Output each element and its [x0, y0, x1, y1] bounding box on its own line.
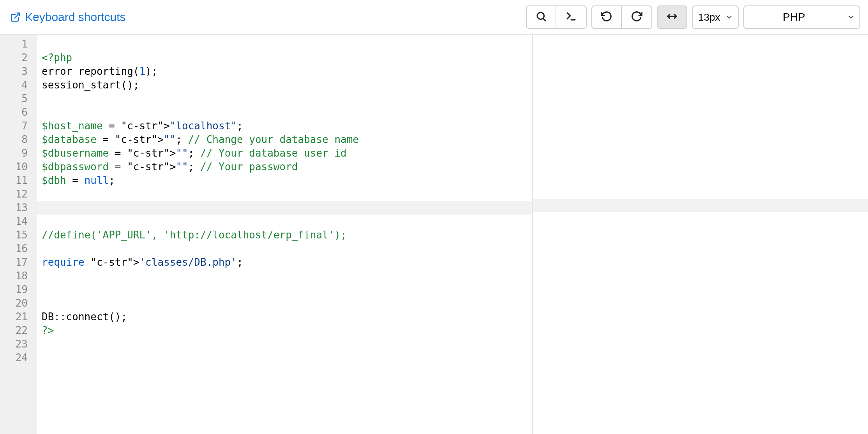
- app-root: Keyboard shortcuts: [0, 0, 868, 434]
- chevron-down-icon: [725, 13, 733, 21]
- line-number: 18: [0, 269, 37, 283]
- line-number: 9: [0, 146, 37, 160]
- code-line[interactable]: ?>: [42, 324, 532, 337]
- external-link-icon: [10, 12, 21, 23]
- svg-line-2: [543, 19, 545, 21]
- toolbar: Keyboard shortcuts: [0, 0, 868, 35]
- line-number: 14: [0, 215, 37, 228]
- code-line[interactable]: [42, 296, 532, 310]
- code-line[interactable]: //define('APP_URL', 'http://localhost/er…: [42, 228, 532, 242]
- language-value: PHP: [783, 11, 805, 23]
- toolbar-right: 13px PHP: [526, 5, 860, 29]
- output-highlight-row: [533, 199, 868, 212]
- line-number: 3: [0, 65, 37, 78]
- code-line[interactable]: $database = "c-str">""; // Change your d…: [42, 133, 532, 146]
- editor-area: 123456789101112131415161718192021222324 …: [0, 35, 868, 434]
- line-number: 19: [0, 283, 37, 296]
- editor-pane: 123456789101112131415161718192021222324 …: [0, 35, 533, 434]
- btn-group-history: [591, 5, 652, 29]
- code-line[interactable]: [42, 187, 532, 201]
- horizontal-arrows-icon: [666, 11, 678, 24]
- wrap-toggle-button[interactable]: [657, 5, 687, 29]
- terminal-icon: [565, 11, 577, 24]
- line-number: 21: [0, 310, 37, 324]
- search-button[interactable]: [526, 5, 556, 29]
- font-size-value: 13px: [698, 11, 720, 23]
- line-number: 17: [0, 256, 37, 269]
- code-line[interactable]: [42, 269, 532, 283]
- code-line[interactable]: require "c-str">'classes/DB.php';: [42, 256, 532, 269]
- line-number: 12: [0, 187, 37, 201]
- line-number: 20: [0, 296, 37, 310]
- line-number: 11: [0, 174, 37, 187]
- undo-icon: [601, 11, 612, 24]
- line-number-gutter: 123456789101112131415161718192021222324: [0, 35, 37, 434]
- btn-group-tools: [526, 5, 587, 29]
- code-line[interactable]: DB::connect();: [42, 310, 532, 324]
- line-number: 24: [0, 351, 37, 365]
- output-pane: [533, 35, 868, 434]
- line-number: 15: [0, 228, 37, 242]
- language-select[interactable]: PHP: [743, 5, 860, 29]
- code-line[interactable]: $dbh = null;: [42, 174, 532, 187]
- code-line[interactable]: $host_name = "c-str">"localhost";: [42, 119, 532, 133]
- redo-icon: [631, 11, 642, 24]
- code-line[interactable]: [37, 201, 532, 215]
- keyboard-shortcuts-link[interactable]: Keyboard shortcuts: [10, 11, 125, 24]
- code-line[interactable]: error_reporting(1);: [42, 65, 532, 78]
- line-number: 23: [0, 337, 37, 351]
- code-line[interactable]: $dbpassword = "c-str">""; // Your passwo…: [42, 160, 532, 174]
- font-size-select[interactable]: 13px: [692, 5, 739, 29]
- code-line[interactable]: [42, 351, 532, 365]
- line-number: 16: [0, 242, 37, 256]
- line-number: 13: [0, 201, 37, 215]
- line-number: 1: [0, 37, 37, 51]
- code-line[interactable]: [42, 37, 532, 51]
- code-line[interactable]: [42, 283, 532, 296]
- code-line[interactable]: [42, 242, 532, 256]
- console-button[interactable]: [556, 5, 587, 29]
- keyboard-shortcuts-label: Keyboard shortcuts: [25, 11, 125, 24]
- line-number: 10: [0, 160, 37, 174]
- code-editor[interactable]: <?phperror_reporting(1);session_start();…: [37, 35, 532, 434]
- code-line[interactable]: [42, 106, 532, 119]
- line-number: 6: [0, 106, 37, 119]
- search-icon: [535, 11, 547, 24]
- code-line[interactable]: $dbusername = "c-str">""; // Your databa…: [42, 146, 532, 160]
- line-number: 2: [0, 51, 37, 65]
- line-number: 22: [0, 324, 37, 337]
- line-number: 7: [0, 119, 37, 133]
- code-line[interactable]: <?php: [42, 51, 532, 65]
- code-line[interactable]: [42, 215, 532, 228]
- chevron-down-icon: [847, 13, 855, 21]
- redo-button[interactable]: [622, 5, 652, 29]
- code-line[interactable]: session_start();: [42, 78, 532, 92]
- line-number: 4: [0, 78, 37, 92]
- line-number: 8: [0, 133, 37, 146]
- code-line[interactable]: [42, 92, 532, 106]
- line-number: 5: [0, 92, 37, 106]
- undo-button[interactable]: [591, 5, 622, 29]
- code-line[interactable]: [42, 337, 532, 351]
- svg-line-0: [15, 13, 20, 18]
